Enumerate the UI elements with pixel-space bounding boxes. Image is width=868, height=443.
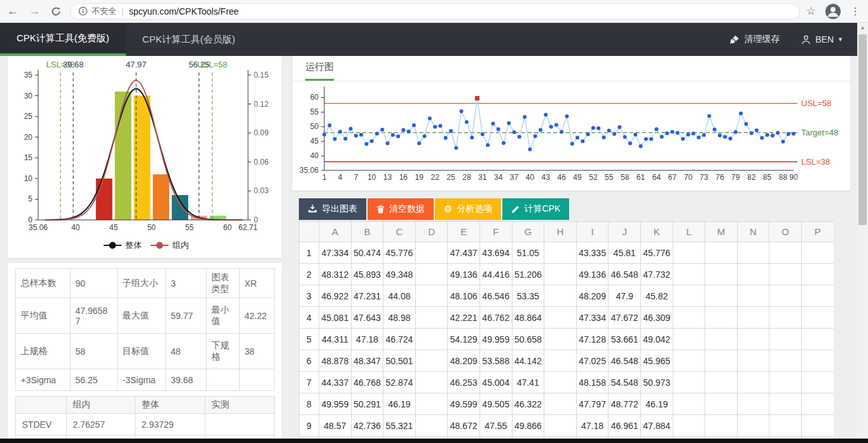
run-point[interactable] <box>617 125 621 129</box>
user-menu[interactable]: BEN ▼ <box>801 34 843 44</box>
sheet-cell-C5[interactable]: 46.724 <box>383 329 416 350</box>
run-point[interactable] <box>465 120 469 124</box>
run-point[interactable] <box>438 124 442 128</box>
run-point[interactable] <box>449 129 453 133</box>
run-point[interactable] <box>454 146 458 150</box>
info-icon[interactable] <box>78 6 88 16</box>
sheet-row-header[interactable]: 9 <box>300 415 319 437</box>
sheet-cell-L5[interactable] <box>673 329 705 350</box>
run-point[interactable] <box>713 128 717 132</box>
sheet-cell-L4[interactable] <box>673 307 705 329</box>
run-point[interactable] <box>781 140 785 144</box>
sheet-cell-B4[interactable]: 47.643 <box>351 307 383 329</box>
run-point[interactable] <box>744 122 748 126</box>
sheet-cell-D6[interactable] <box>415 350 448 372</box>
run-point[interactable] <box>555 123 558 126</box>
sheet-cell-H5[interactable] <box>544 329 577 350</box>
run-point[interactable] <box>375 132 379 135</box>
sheet-cell-A3[interactable]: 46.922 <box>319 285 352 307</box>
sheet-cell-N9[interactable] <box>737 415 769 437</box>
sheet-cell-F2[interactable]: 44.416 <box>479 264 512 285</box>
run-point[interactable] <box>792 132 796 135</box>
sheet-row-header[interactable]: 6 <box>300 350 319 372</box>
run-point[interactable] <box>322 133 326 137</box>
sheet-cell-L3[interactable] <box>673 285 705 307</box>
sheet-cell-M2[interactable] <box>705 264 738 285</box>
sheet-cell-E2[interactable]: 49.136 <box>448 264 480 285</box>
sheet-cell-D4[interactable] <box>415 307 448 329</box>
run-point[interactable] <box>560 130 563 134</box>
sheet-cell-O9[interactable] <box>769 415 802 437</box>
sheet-cell-L9[interactable] <box>673 415 705 437</box>
sheet-col-header-M[interactable]: M <box>705 222 738 242</box>
sheet-col-header-G[interactable]: G <box>512 222 544 242</box>
run-point[interactable] <box>444 136 448 140</box>
run-point[interactable] <box>565 114 568 118</box>
sheet-row-header[interactable]: 7 <box>300 372 319 393</box>
sheet-cell-F6[interactable]: 53.588 <box>479 350 512 372</box>
sheet-col-header-P[interactable]: P <box>801 222 834 242</box>
sheet-cell-H6[interactable] <box>544 350 577 372</box>
sheet-cell-N6[interactable] <box>737 350 769 372</box>
sheet-col-header-C[interactable]: C <box>383 222 416 242</box>
run-point[interactable] <box>386 142 390 146</box>
sheet-corner-cell[interactable] <box>300 222 319 242</box>
sheet-cell-N5[interactable] <box>737 329 769 350</box>
sheet-cell-P7[interactable] <box>801 372 834 393</box>
run-point[interactable] <box>676 131 680 135</box>
run-point[interactable] <box>776 131 780 135</box>
sheet-cell-E6[interactable]: 48.209 <box>448 350 480 372</box>
sheet-cell-M5[interactable] <box>705 329 738 350</box>
run-point[interactable] <box>681 137 685 141</box>
sheet-cell-B5[interactable]: 47.18 <box>351 329 383 350</box>
run-point[interactable] <box>534 134 537 138</box>
run-point[interactable] <box>460 109 464 113</box>
run-point[interactable] <box>423 134 427 138</box>
tab-cpk-member[interactable]: CPK计算工具(会员版) <box>126 23 252 56</box>
sheet-col-header-O[interactable]: O <box>769 222 802 242</box>
run-point[interactable] <box>607 128 611 132</box>
run-point[interactable] <box>380 128 384 132</box>
sheet-cell-D7[interactable] <box>415 372 448 393</box>
sheet-cell-A2[interactable]: 48.312 <box>319 264 352 285</box>
sheet-cell-C7[interactable]: 52.874 <box>383 372 416 393</box>
sheet-col-header-L[interactable]: L <box>673 222 705 242</box>
run-point[interactable] <box>602 135 605 139</box>
run-point[interactable] <box>507 121 511 125</box>
sheet-cell-M8[interactable] <box>705 393 738 415</box>
legend-label[interactable]: 整体 <box>125 240 142 250</box>
sheet-cell-D1[interactable] <box>415 242 448 264</box>
sheet-cell-F7[interactable]: 45.004 <box>479 372 512 393</box>
profile-avatar-icon[interactable] <box>825 3 841 20</box>
sheet-cell-P4[interactable] <box>801 307 834 329</box>
run-point[interactable] <box>491 122 495 126</box>
run-point[interactable] <box>718 133 722 137</box>
sheet-cell-P3[interactable] <box>801 285 834 307</box>
out-of-spec-point[interactable] <box>475 96 479 100</box>
tab-cpk-free[interactable]: CPK计算工具(免费版) <box>0 23 126 56</box>
run-point[interactable] <box>570 142 574 146</box>
sheet-col-header-J[interactable]: J <box>609 222 641 242</box>
legend-label[interactable]: 组内 <box>172 240 189 250</box>
sheet-row-header[interactable]: 3 <box>300 285 319 307</box>
sheet-cell-O3[interactable] <box>769 285 802 307</box>
sheet-cell-D2[interactable] <box>415 264 448 285</box>
sheet-cell-P2[interactable] <box>801 264 834 285</box>
run-point[interactable] <box>660 135 664 139</box>
sheet-col-header-K[interactable]: K <box>640 222 673 242</box>
calc-cpk-button[interactable]: 计算CPK <box>502 198 569 220</box>
sheet-cell-B2[interactable]: 45.893 <box>351 264 383 285</box>
sheet-cell-I7[interactable]: 48.158 <box>576 372 609 393</box>
sheet-cell-L2[interactable] <box>673 264 705 285</box>
sheet-cell-K3[interactable]: 45.82 <box>640 285 673 307</box>
analysis-options-button[interactable]: ⚙ 分析选项 <box>435 198 501 220</box>
sheet-cell-M4[interactable] <box>705 307 738 329</box>
run-point[interactable] <box>401 128 405 132</box>
sheet-row-header[interactable]: 2 <box>300 264 319 285</box>
run-point[interactable] <box>348 126 352 130</box>
run-point[interactable] <box>523 115 527 119</box>
sheet-cell-H2[interactable] <box>544 264 577 285</box>
sheet-cell-P5[interactable] <box>801 329 834 350</box>
sheet-cell-O4[interactable] <box>769 307 802 329</box>
run-point[interactable] <box>370 139 374 143</box>
